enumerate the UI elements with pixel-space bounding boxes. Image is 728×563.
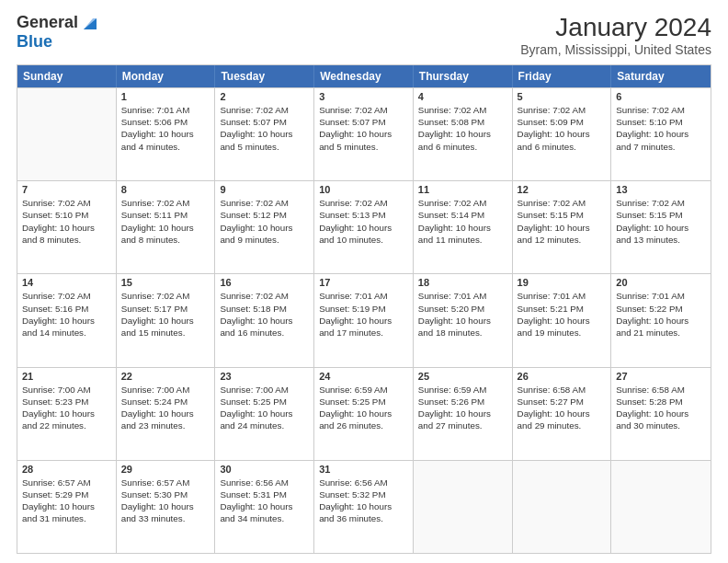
logo-general: General xyxy=(17,14,78,32)
cell-info: Sunrise: 7:01 AM Sunset: 5:20 PM Dayligh… xyxy=(418,290,507,339)
cell-info: Sunrise: 7:02 AM Sunset: 5:10 PM Dayligh… xyxy=(616,104,706,153)
header: General Blue January 2024 Byram, Mississ… xyxy=(17,13,711,57)
day-number: 30 xyxy=(220,464,309,475)
day-number: 11 xyxy=(418,184,507,195)
calendar-cell: 3Sunrise: 7:02 AM Sunset: 5:07 PM Daylig… xyxy=(314,88,414,180)
cell-info: Sunrise: 6:59 AM Sunset: 5:26 PM Dayligh… xyxy=(418,384,507,432)
day-number: 22 xyxy=(121,371,210,382)
day-number: 18 xyxy=(418,277,507,288)
cell-info: Sunrise: 7:00 AM Sunset: 5:25 PM Dayligh… xyxy=(220,384,309,432)
day-number: 31 xyxy=(319,464,408,475)
calendar-cell: 12Sunrise: 7:02 AM Sunset: 5:15 PM Dayli… xyxy=(513,181,612,273)
calendar-week-row: 14Sunrise: 7:02 AM Sunset: 5:16 PM Dayli… xyxy=(17,273,711,366)
calendar-cell: 23Sunrise: 7:00 AM Sunset: 5:25 PM Dayli… xyxy=(215,368,314,460)
cell-info: Sunrise: 7:02 AM Sunset: 5:18 PM Dayligh… xyxy=(220,290,309,339)
calendar-cell: 25Sunrise: 6:59 AM Sunset: 5:26 PM Dayli… xyxy=(414,368,513,460)
cell-info: Sunrise: 7:01 AM Sunset: 5:19 PM Dayligh… xyxy=(319,290,408,339)
day-number: 9 xyxy=(220,184,309,195)
svg-marker-1 xyxy=(84,18,97,29)
day-number: 8 xyxy=(121,184,210,195)
cell-info: Sunrise: 7:01 AM Sunset: 5:21 PM Dayligh… xyxy=(518,290,607,339)
calendar-cell: 17Sunrise: 7:01 AM Sunset: 5:19 PM Dayli… xyxy=(314,274,414,366)
logo-icon xyxy=(80,13,100,33)
day-number: 21 xyxy=(22,371,111,382)
calendar-header-cell: Monday xyxy=(117,65,216,87)
cell-info: Sunrise: 7:02 AM Sunset: 5:13 PM Dayligh… xyxy=(319,197,408,246)
cell-info: Sunrise: 7:00 AM Sunset: 5:24 PM Dayligh… xyxy=(121,384,210,432)
calendar-week-row: 28Sunrise: 6:57 AM Sunset: 5:29 PM Dayli… xyxy=(17,460,711,553)
calendar-cell: 10Sunrise: 7:02 AM Sunset: 5:13 PM Dayli… xyxy=(314,181,414,273)
calendar: SundayMondayTuesdayWednesdayThursdayFrid… xyxy=(17,64,711,554)
calendar-cell: 22Sunrise: 7:00 AM Sunset: 5:24 PM Dayli… xyxy=(117,368,216,460)
cell-info: Sunrise: 6:58 AM Sunset: 5:28 PM Dayligh… xyxy=(616,384,706,432)
calendar-cell: 5Sunrise: 7:02 AM Sunset: 5:09 PM Daylig… xyxy=(513,88,612,180)
calendar-cell: 7Sunrise: 7:02 AM Sunset: 5:10 PM Daylig… xyxy=(17,181,117,273)
calendar-cell: 11Sunrise: 7:02 AM Sunset: 5:14 PM Dayli… xyxy=(414,181,513,273)
calendar-cell xyxy=(611,461,711,553)
calendar-cell xyxy=(414,461,513,553)
calendar-cell: 26Sunrise: 6:58 AM Sunset: 5:27 PM Dayli… xyxy=(513,368,612,460)
day-number: 14 xyxy=(22,277,111,288)
day-number: 25 xyxy=(418,371,507,382)
calendar-cell: 18Sunrise: 7:01 AM Sunset: 5:20 PM Dayli… xyxy=(414,274,513,366)
day-number: 23 xyxy=(220,371,309,382)
day-number: 13 xyxy=(616,184,706,195)
cell-info: Sunrise: 6:56 AM Sunset: 5:31 PM Dayligh… xyxy=(220,477,309,525)
cell-info: Sunrise: 7:02 AM Sunset: 5:10 PM Dayligh… xyxy=(22,197,111,246)
calendar-cell: 31Sunrise: 6:56 AM Sunset: 5:32 PM Dayli… xyxy=(314,461,414,553)
day-number: 10 xyxy=(319,184,408,195)
calendar-cell: 29Sunrise: 6:57 AM Sunset: 5:30 PM Dayli… xyxy=(117,461,216,553)
cell-info: Sunrise: 7:02 AM Sunset: 5:07 PM Dayligh… xyxy=(220,104,309,153)
day-number: 5 xyxy=(518,91,607,102)
calendar-header-cell: Tuesday xyxy=(215,65,314,87)
calendar-header-row: SundayMondayTuesdayWednesdayThursdayFrid… xyxy=(17,65,711,87)
cell-info: Sunrise: 7:02 AM Sunset: 5:11 PM Dayligh… xyxy=(121,197,210,246)
calendar-body: 1Sunrise: 7:01 AM Sunset: 5:06 PM Daylig… xyxy=(17,87,711,553)
calendar-cell: 21Sunrise: 7:00 AM Sunset: 5:23 PM Dayli… xyxy=(17,368,117,460)
cell-info: Sunrise: 7:02 AM Sunset: 5:17 PM Dayligh… xyxy=(121,290,210,339)
calendar-header-cell: Wednesday xyxy=(314,65,414,87)
day-number: 24 xyxy=(319,371,408,382)
cell-info: Sunrise: 7:02 AM Sunset: 5:16 PM Dayligh… xyxy=(22,290,111,339)
cell-info: Sunrise: 7:01 AM Sunset: 5:22 PM Dayligh… xyxy=(616,290,706,339)
cell-info: Sunrise: 7:02 AM Sunset: 5:09 PM Dayligh… xyxy=(518,104,607,153)
calendar-cell: 28Sunrise: 6:57 AM Sunset: 5:29 PM Dayli… xyxy=(17,461,117,553)
calendar-week-row: 7Sunrise: 7:02 AM Sunset: 5:10 PM Daylig… xyxy=(17,180,711,273)
calendar-cell: 2Sunrise: 7:02 AM Sunset: 5:07 PM Daylig… xyxy=(215,88,314,180)
day-number: 17 xyxy=(319,277,408,288)
cell-info: Sunrise: 7:02 AM Sunset: 5:15 PM Dayligh… xyxy=(616,197,706,246)
calendar-header-cell: Sunday xyxy=(17,65,117,87)
day-number: 16 xyxy=(220,277,309,288)
calendar-cell xyxy=(513,461,612,553)
logo: General Blue xyxy=(17,13,100,52)
calendar-cell: 4Sunrise: 7:02 AM Sunset: 5:08 PM Daylig… xyxy=(414,88,513,180)
calendar-cell: 1Sunrise: 7:01 AM Sunset: 5:06 PM Daylig… xyxy=(117,88,216,180)
calendar-cell: 30Sunrise: 6:56 AM Sunset: 5:31 PM Dayli… xyxy=(215,461,314,553)
day-number: 12 xyxy=(518,184,607,195)
calendar-cell: 27Sunrise: 6:58 AM Sunset: 5:28 PM Dayli… xyxy=(611,368,711,460)
cell-info: Sunrise: 7:01 AM Sunset: 5:06 PM Dayligh… xyxy=(121,104,210,153)
day-number: 4 xyxy=(418,91,507,102)
calendar-header-cell: Saturday xyxy=(611,65,711,87)
month-year: January 2024 xyxy=(520,13,711,42)
title-block: January 2024 Byram, Mississippi, United … xyxy=(520,13,711,57)
calendar-cell: 8Sunrise: 7:02 AM Sunset: 5:11 PM Daylig… xyxy=(117,181,216,273)
day-number: 7 xyxy=(22,184,111,195)
calendar-cell: 14Sunrise: 7:02 AM Sunset: 5:16 PM Dayli… xyxy=(17,274,117,366)
day-number: 29 xyxy=(121,464,210,475)
logo-blue: Blue xyxy=(17,32,52,51)
day-number: 26 xyxy=(518,371,607,382)
cell-info: Sunrise: 7:02 AM Sunset: 5:12 PM Dayligh… xyxy=(220,197,309,246)
calendar-cell: 6Sunrise: 7:02 AM Sunset: 5:10 PM Daylig… xyxy=(611,88,711,180)
page: General Blue January 2024 Byram, Mississ… xyxy=(0,0,728,563)
calendar-cell xyxy=(17,88,117,180)
cell-info: Sunrise: 7:02 AM Sunset: 5:07 PM Dayligh… xyxy=(319,104,408,153)
cell-info: Sunrise: 7:02 AM Sunset: 5:15 PM Dayligh… xyxy=(518,197,607,246)
day-number: 6 xyxy=(616,91,706,102)
cell-info: Sunrise: 6:56 AM Sunset: 5:32 PM Dayligh… xyxy=(319,477,408,525)
cell-info: Sunrise: 6:57 AM Sunset: 5:29 PM Dayligh… xyxy=(22,477,111,525)
calendar-cell: 15Sunrise: 7:02 AM Sunset: 5:17 PM Dayli… xyxy=(117,274,216,366)
calendar-cell: 24Sunrise: 6:59 AM Sunset: 5:25 PM Dayli… xyxy=(314,368,414,460)
calendar-week-row: 1Sunrise: 7:01 AM Sunset: 5:06 PM Daylig… xyxy=(17,87,711,180)
cell-info: Sunrise: 7:02 AM Sunset: 5:08 PM Dayligh… xyxy=(418,104,507,153)
